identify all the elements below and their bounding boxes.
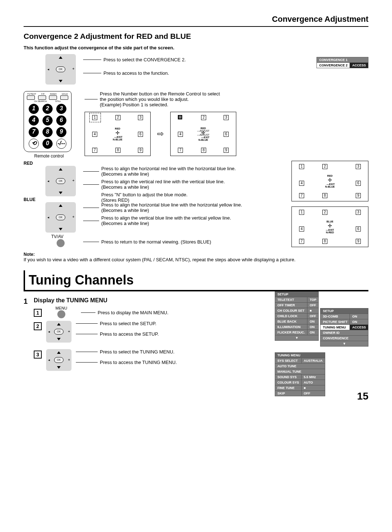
tuning-subtitle: Display the TUNING MENU xyxy=(34,297,268,304)
tuning-select-instr: Press to select the TUNING MENU. xyxy=(100,349,175,355)
setup-osd: SETUP TELETEXTTOP OFF TIMEROFF CH COLOUR… xyxy=(275,291,319,341)
dpad-icon: ◄+ OK xyxy=(45,166,76,196)
substep-2-box: 2 xyxy=(34,322,42,330)
grid-cell: 6 xyxy=(356,181,361,186)
arrow-right-icon: ⇨ xyxy=(157,129,164,139)
osd-cell: OWNER ID xyxy=(320,330,368,336)
tuning-menu-osd: TUNING MENU SYS SELECTAUSTRALIA AUTO TUN… xyxy=(275,352,325,396)
tvav-button-icon xyxy=(57,239,65,247)
dpad-icon: ◄+ OK xyxy=(46,349,72,371)
grid-cell: 4 xyxy=(178,132,183,137)
tvav-label: TV/AV xyxy=(51,234,273,239)
osd-cell: COLOUR SYS xyxy=(275,380,302,385)
grid-center-blue: BLUE xyxy=(326,220,334,223)
ok-button-icon: OK xyxy=(54,357,64,363)
osd-row-conv2-left: CONVERGENCE 2 xyxy=(317,63,350,68)
tuning-access-instr: Press to access the TUNING MENU. xyxy=(100,360,177,365)
page-root: Convergence Adjustment Convergence 2 Adj… xyxy=(0,0,392,407)
grid-cell: 8 xyxy=(115,148,121,153)
remote-caption: Remote control xyxy=(24,154,74,159)
osd-cell: FLICKER REDUC. xyxy=(275,330,307,335)
menu-button-icon xyxy=(57,310,65,318)
position-grid-before: 1 2 3 4 6 7 8 9 RED ✛ —EXIT N-BLUE xyxy=(85,112,151,156)
osd-row-conv1: CONVERGENCE 1 xyxy=(317,57,368,63)
menu-instr: Press to display the MAIN MENU. xyxy=(98,310,168,315)
osd-cell-hl: TUNING MENU xyxy=(320,325,350,330)
osd-cell: ▼ xyxy=(275,335,319,341)
tuning-title-box: Tuning Channels xyxy=(24,270,368,291)
grid-cell: 4 xyxy=(92,132,97,137)
remote-lbl-chsearch: CH SEARCH xyxy=(34,100,47,102)
grid-cell: 7 xyxy=(299,193,304,198)
osd-cell: CH COLOUR SET xyxy=(275,308,307,314)
grid-center-nblue: N-BLUE xyxy=(113,138,122,141)
osd-cell: ■ xyxy=(307,308,319,314)
osd-cell: 3D-COMB xyxy=(320,314,350,319)
press-number-example: (Example) Position 1 is selected. xyxy=(100,102,220,107)
osd-cell: PICTURE SHIFT xyxy=(320,319,350,325)
osd-cell: AUSTRALIA xyxy=(301,358,325,364)
grid-cell: 2 xyxy=(115,115,121,120)
grid-cell: 1 xyxy=(299,210,304,215)
grid-center-red: RED xyxy=(197,127,209,130)
grid-cell: 8 xyxy=(201,148,206,153)
osd-cell: FINE TUNE xyxy=(275,385,302,391)
header-rule xyxy=(24,26,368,27)
grid-center-nred: N-RED xyxy=(326,231,334,234)
remote-lbl-fp: F.P. xyxy=(41,93,45,95)
ok-button-icon: OK xyxy=(56,178,65,184)
osd-cell: ON xyxy=(350,319,368,325)
grid-center-adjust: ADJUST xyxy=(200,134,209,136)
osd-header: TUNING MENU xyxy=(275,353,325,358)
convergence-osd: CONVERGENCE 1 CONVERGENCE 2 ACCESS xyxy=(317,57,368,68)
osd-cell: CONVERGENCE xyxy=(320,336,368,341)
grid-cell: 1 xyxy=(92,115,97,120)
remote-lbl-tvtext: TV/TEXT xyxy=(27,93,36,95)
press-number-instr-2: the position which you would like to adj… xyxy=(100,97,220,102)
red-h-instr: Press to align the horizontal red line w… xyxy=(101,166,236,171)
grid-cell: 2 xyxy=(322,164,327,169)
osd-cell: BLUE BACK xyxy=(275,319,307,324)
conv2-access-instr: Press to access to the function. xyxy=(103,70,169,76)
osd-cell-hl: ACCESS xyxy=(350,325,368,330)
osd-cell: CHILD LOCK xyxy=(275,314,307,319)
osd-cell: ON xyxy=(307,330,319,335)
grid-cell-selected: ⊞ xyxy=(178,115,182,119)
grid-cell: 4 xyxy=(299,181,304,186)
side-diagram-blue: 1 2 3 4 6 7 8 9 BLUE ✛ —EXIT N-RED xyxy=(291,206,368,247)
osd-cell: OFF xyxy=(301,391,325,396)
conv2-intro: This function adjust the convergence of … xyxy=(24,45,368,50)
grid-cell: 9 xyxy=(138,148,143,153)
setup2-osd: SETUP 3D-COMBON PICTURE SHIFTON TUNING M… xyxy=(320,308,368,347)
grid-cell: 1 xyxy=(299,164,304,169)
tuning-title: Tuning Channels xyxy=(29,273,365,288)
grid-cell: 3 xyxy=(224,115,229,120)
osd-cell: ON xyxy=(350,314,368,319)
ok-button-icon: OK xyxy=(56,66,65,72)
press-number-instr-1: Press the Number button on the Remote Co… xyxy=(100,91,220,97)
grid-center-red: RED xyxy=(325,175,335,177)
grid-cell: 7 xyxy=(299,239,304,244)
ok-button-icon: OK xyxy=(56,214,65,220)
blue-v-instr: Press to align the vertical blue line wi… xyxy=(101,215,231,221)
remote-lbl-still: STILL xyxy=(55,100,61,102)
grid-center-exit: EXIT xyxy=(204,136,210,139)
grid-center-exit: EXIT xyxy=(329,183,335,185)
grid-cell: 3 xyxy=(356,210,361,215)
osd-cell: SYS SELECT xyxy=(275,358,302,364)
grid-cell: 2 xyxy=(201,115,206,120)
osd-cell: 5.5 MHz xyxy=(301,375,325,380)
grid-cell: 7 xyxy=(92,148,97,153)
tuning-step-number: 1 xyxy=(24,297,34,306)
red-label: RED xyxy=(24,161,273,166)
osd-cell: OFF TIMER xyxy=(275,303,307,308)
side-diagram-red: 1 2 3 4 6 7 8 9 RED ✛ —EXIT N-BLUE xyxy=(291,161,368,201)
grid-cell: 9 xyxy=(356,193,361,198)
osd-header: SETUP xyxy=(275,292,319,297)
osd-cell: TOP xyxy=(307,297,319,303)
red-v-instr2: (Becomes a white line) xyxy=(101,184,225,190)
position-grid-after: ⊞ 2 3 4 6 7 8 9 RED —ADJUST ✛ —ADJUST —E… xyxy=(170,112,236,156)
grid-cell: 9 xyxy=(224,148,229,153)
grid-cell: 8 xyxy=(322,239,327,244)
grid-cell: 8 xyxy=(322,193,327,198)
